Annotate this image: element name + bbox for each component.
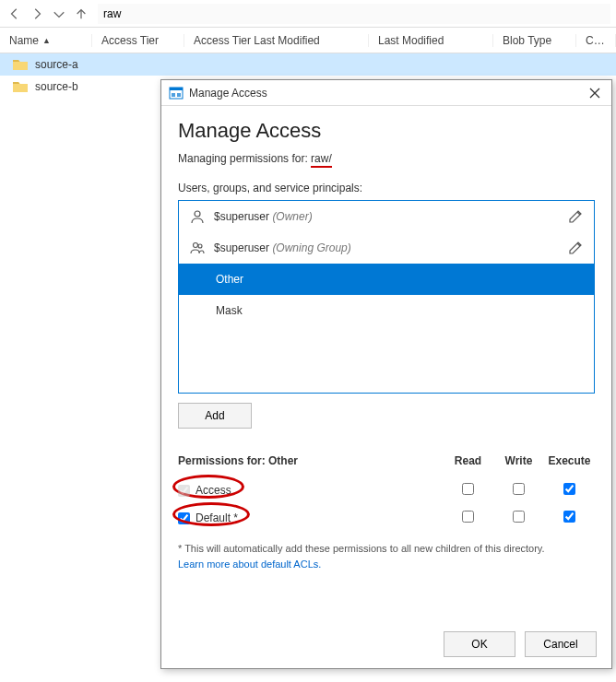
permission-row-access: Access [178,476,595,504]
manage-access-dialog: Manage Access Manage Access Managing per… [160,79,612,669]
permissions-header: Permissions for: Other Read Write Execut… [178,454,595,467]
principal-row[interactable]: $superuser (Owner) [179,201,594,232]
principal-row[interactable]: Mask [179,295,594,326]
add-button[interactable]: Add [178,403,252,429]
navigation-toolbar [0,0,616,28]
footnote: * This will automatically add these perm… [178,541,595,571]
column-headers: Name ▲ Access Tier Access Tier Last Modi… [0,28,616,53]
path-input[interactable] [98,4,610,24]
col-cont[interactable]: Cont [576,34,616,47]
principal-name: Other [216,273,583,286]
access-execute-checkbox[interactable] [563,483,575,495]
ok-button[interactable]: OK [444,631,515,657]
svg-rect-3 [177,93,181,97]
dialog-titlebar: Manage Access [161,80,611,106]
permission-row-default: Default * [178,504,595,532]
principals-label: Users, groups, and service principals: [178,182,595,194]
principal-name: Mask [216,304,583,317]
default-execute-checkbox[interactable] [563,511,575,523]
up-button[interactable] [72,5,90,23]
svg-point-4 [195,211,200,217]
permissions-for-label: Permissions for: Other [178,454,443,467]
col-execute: Execute [544,454,595,467]
svg-rect-1 [170,88,183,90]
down-button[interactable] [50,5,68,23]
dialog-footer: OK Cancel [161,620,611,668]
folder-icon [13,81,28,92]
principals-list: $superuser (Owner)$superuser (Owning Gro… [178,200,595,394]
group-icon [190,241,205,255]
access-row-checkbox [178,485,190,497]
cancel-button[interactable]: Cancel [525,631,597,657]
principal-name: $superuser (Owner) [214,210,559,223]
file-name: source-a [35,58,78,71]
col-access-tier-modified[interactable]: Access Tier Last Modified [184,34,369,47]
managing-target: raw/ [311,152,332,168]
close-button[interactable] [586,84,604,102]
storage-app-icon [169,86,184,100]
principal-name: $superuser (Owning Group) [214,241,559,254]
forward-button[interactable] [28,5,46,23]
col-blob-type[interactable]: Blob Type [493,34,576,47]
access-read-checkbox[interactable] [462,483,474,495]
col-last-modified[interactable]: Last Modified [369,34,493,47]
back-button[interactable] [6,5,24,23]
edit-icon[interactable] [568,209,583,224]
footnote-text: * This will automatically add these perm… [178,543,545,554]
col-read: Read [443,454,493,467]
svg-rect-2 [172,93,175,97]
principal-row[interactable]: $superuser (Owning Group) [179,232,594,264]
access-write-checkbox[interactable] [513,483,525,495]
default-label: Default * [195,512,238,524]
file-row[interactable]: source-a [0,53,616,76]
person-icon [190,209,205,224]
default-write-checkbox[interactable] [513,511,525,523]
default-row-checkbox[interactable] [178,512,190,524]
edit-icon[interactable] [568,241,583,255]
col-name-label: Name [9,34,39,47]
col-access-tier[interactable]: Access Tier [92,34,184,47]
sort-asc-icon: ▲ [42,36,51,45]
managing-permissions-line: Managing permissions for: raw/ [178,152,595,165]
col-name[interactable]: Name ▲ [0,34,92,47]
dialog-heading: Manage Access [178,119,595,143]
svg-point-5 [194,243,198,248]
learn-more-link[interactable]: Learn more about default ACLs. [178,559,321,570]
svg-point-6 [198,244,202,248]
file-name: source-b [35,80,78,93]
default-read-checkbox[interactable] [462,511,474,523]
managing-prefix: Managing permissions for: [178,152,308,165]
principal-row[interactable]: Other [179,264,594,295]
dialog-title: Manage Access [189,87,580,100]
access-label: Access [195,484,231,497]
folder-icon [13,59,28,70]
col-write: Write [493,454,544,467]
